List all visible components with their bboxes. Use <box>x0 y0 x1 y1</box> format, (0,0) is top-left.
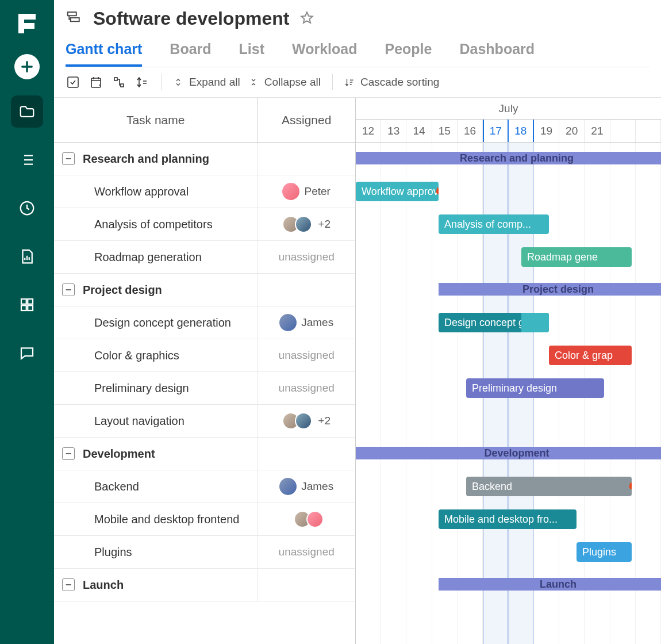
day-header-18[interactable]: 18 <box>509 120 534 142</box>
day-header-15[interactable]: 15 <box>432 120 458 142</box>
day-header-14[interactable]: 14 <box>406 120 432 142</box>
day-header-17[interactable]: 17 <box>483 120 508 142</box>
assigned-cell[interactable] <box>258 503 355 535</box>
nav-folder-icon[interactable] <box>11 95 43 128</box>
tab-gantt-chart[interactable]: Gantt chart <box>66 41 142 67</box>
tab-workload[interactable]: Workload <box>292 41 357 67</box>
collapse-toggle[interactable]: − <box>62 447 75 460</box>
assigned-cell[interactable]: Peter <box>258 175 355 208</box>
gantt-row: Plugins <box>356 536 661 569</box>
gantt-group-bar[interactable]: Project design <box>439 283 661 296</box>
hierarchy-tool-icon[interactable] <box>112 75 126 90</box>
assigned-cell[interactable] <box>258 438 355 470</box>
collapse-toggle[interactable]: − <box>62 283 75 296</box>
assigned-cell[interactable]: unassigned <box>258 536 355 568</box>
assigned-cell[interactable] <box>258 143 355 175</box>
header: Software development Gantt chart Board L… <box>54 0 661 67</box>
svg-rect-9 <box>114 78 117 80</box>
task-row[interactable]: −Research and planning <box>54 143 355 175</box>
day-header-21[interactable]: 21 <box>585 120 610 142</box>
gantt-row: Workflow approval <box>356 175 661 208</box>
task-row[interactable]: Color & graphicsunassigned <box>54 339 355 372</box>
assigned-cell[interactable] <box>258 274 355 306</box>
svg-rect-8 <box>91 78 101 87</box>
assigned-cell[interactable]: +2 <box>258 208 355 240</box>
gantt-timeline: July 12131415161718192021 Research and p… <box>356 98 661 644</box>
spacing-tool-icon[interactable] <box>134 75 149 90</box>
task-row[interactable]: Pluginsunassigned <box>54 536 355 569</box>
gantt-row <box>356 405 661 438</box>
nav-grid-icon[interactable] <box>11 289 43 321</box>
unassigned-label: unassigned <box>279 382 335 394</box>
column-header-assigned[interactable]: Assigned <box>258 98 355 142</box>
task-row[interactable]: Analysis of competitors+2 <box>54 208 355 241</box>
tab-board[interactable]: Board <box>170 41 211 67</box>
task-name-label: Backend <box>94 480 139 493</box>
day-header-16[interactable]: 16 <box>458 120 483 142</box>
gantt-group-bar[interactable]: Launch <box>439 578 661 591</box>
collapse-toggle[interactable]: − <box>62 578 75 591</box>
gantt-row: Preliminary design <box>356 372 661 405</box>
assigned-cell[interactable] <box>258 569 355 601</box>
gantt-group-bar[interactable]: Development <box>356 447 661 459</box>
task-row[interactable]: Workflow approvalPeter <box>54 175 355 208</box>
expand-all-label: Expand all <box>189 76 240 89</box>
task-row[interactable]: −Development <box>54 438 355 470</box>
day-header-12[interactable]: 12 <box>356 120 381 142</box>
gantt-task-bar[interactable]: Design concept gen... <box>439 313 549 332</box>
task-row[interactable]: Design concept generationJames <box>54 306 355 339</box>
nav-clock-icon[interactable] <box>11 192 43 224</box>
add-button[interactable] <box>14 54 40 79</box>
task-row[interactable]: Layout navigation+2 <box>54 405 355 438</box>
assignee-name: Peter <box>304 185 330 198</box>
task-row[interactable]: −Launch <box>54 569 355 601</box>
nav-chat-icon[interactable] <box>11 337 43 369</box>
gantt-task-bar[interactable]: Backend <box>466 477 632 496</box>
nav-report-icon[interactable] <box>11 240 43 273</box>
assigned-cell[interactable]: +2 <box>258 405 355 437</box>
collapse-all-button[interactable]: Collapse all <box>248 76 321 89</box>
flame-icon <box>625 479 632 494</box>
gantt-task-bar[interactable]: Roadmap gene <box>521 247 632 267</box>
calendar-tool-icon[interactable] <box>89 75 103 90</box>
gantt-row: Project design <box>356 274 661 306</box>
tab-list[interactable]: List <box>239 41 264 67</box>
day-header-19[interactable]: 19 <box>534 120 559 142</box>
expand-all-button[interactable]: Expand all <box>173 76 240 89</box>
gantt-task-bar[interactable]: Analysis of comp... <box>439 214 549 234</box>
gantt-task-bar[interactable]: Mobile and desktop fro... <box>439 509 577 529</box>
assignee-overflow-count: +2 <box>318 415 330 427</box>
gantt-task-bar[interactable]: Color & grap <box>549 346 632 365</box>
svg-rect-5 <box>68 12 76 16</box>
assigned-cell[interactable]: James <box>258 470 355 503</box>
collapse-toggle[interactable]: − <box>62 152 75 165</box>
assigned-cell[interactable]: unassigned <box>258 372 355 404</box>
task-row[interactable]: Mobile and desktop frontend <box>54 503 355 536</box>
cascade-sorting-button[interactable]: Cascade sorting <box>344 76 439 89</box>
task-row[interactable]: −Project design <box>54 274 355 306</box>
gantt-task-bar[interactable]: Plugins <box>577 542 632 562</box>
column-header-task-name[interactable]: Task name <box>54 98 258 142</box>
task-row[interactable]: Roadmap generationunassigned <box>54 241 355 274</box>
app-logo <box>13 9 41 38</box>
day-header-20[interactable]: 20 <box>559 120 585 142</box>
nav-list-icon[interactable] <box>11 144 43 176</box>
assigned-cell[interactable]: James <box>258 306 355 339</box>
gantt-task-bar[interactable]: Preliminary design <box>466 378 604 398</box>
checkbox-tool-icon[interactable] <box>66 75 80 90</box>
task-list-panel: Task name Assigned −Research and plannin… <box>54 98 356 644</box>
day-header-13[interactable]: 13 <box>381 120 406 142</box>
tab-people[interactable]: People <box>385 41 432 67</box>
task-row[interactable]: Preliminary designunassigned <box>54 372 355 405</box>
toolbar-separator <box>332 74 333 90</box>
gantt-task-bar[interactable]: Workflow approval <box>356 182 439 201</box>
gantt-group-bar[interactable]: Research and planning <box>356 152 661 164</box>
task-row[interactable]: BackendJames <box>54 470 355 503</box>
gantt-body[interactable]: Research and planningWorkflow approvalAn… <box>356 143 661 644</box>
gantt-row: Launch <box>356 569 661 601</box>
assigned-cell[interactable]: unassigned <box>258 241 355 273</box>
unassigned-label: unassigned <box>279 349 335 362</box>
favorite-star-icon[interactable] <box>299 10 314 28</box>
assigned-cell[interactable]: unassigned <box>258 339 355 371</box>
tab-dashboard[interactable]: Dashboard <box>459 41 535 67</box>
